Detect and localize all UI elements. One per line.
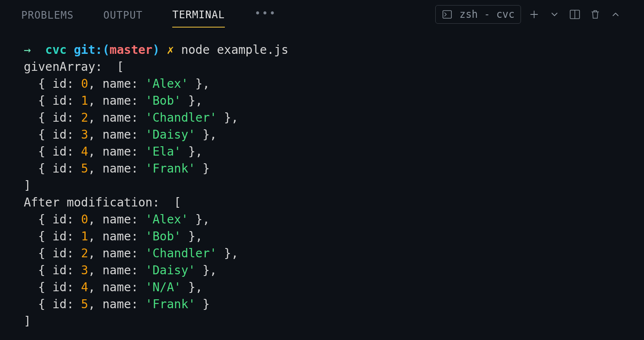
chevron-down-icon[interactable] xyxy=(547,7,562,22)
trash-icon[interactable] xyxy=(588,7,602,22)
tab-terminal[interactable]: TERMINAL xyxy=(172,1,225,28)
terminal-toolbar: zsh - cvc xyxy=(435,5,623,24)
chevron-up-icon[interactable] xyxy=(608,7,623,22)
terminal-icon xyxy=(440,7,454,22)
tab-problems[interactable]: PROBLEMS xyxy=(21,2,74,27)
panel-tabs: PROBLEMS OUTPUT TERMINAL ••• xyxy=(21,1,277,28)
new-terminal-icon[interactable] xyxy=(527,7,541,22)
svg-rect-0 xyxy=(443,11,451,18)
tabs-overflow-icon[interactable]: ••• xyxy=(255,8,277,21)
split-terminal-icon[interactable] xyxy=(568,7,582,22)
terminal-output[interactable]: → cvc git:(master) ✗ node example.js giv… xyxy=(0,29,644,330)
panel-header: PROBLEMS OUTPUT TERMINAL ••• zsh - cvc xyxy=(0,0,644,29)
terminal-shell-label: zsh - cvc xyxy=(459,8,515,20)
terminal-shell-chip[interactable]: zsh - cvc xyxy=(435,5,521,24)
tab-output[interactable]: OUTPUT xyxy=(104,2,143,27)
